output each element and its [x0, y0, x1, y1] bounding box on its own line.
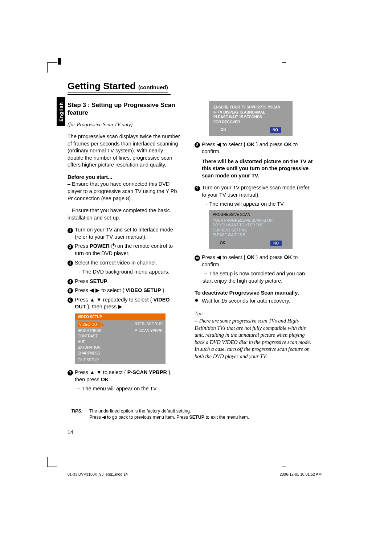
menu-body: VIDEO OUT ▶ INTERLACE-YUV BRIGHTNESSP -S… — [75, 320, 166, 364]
title-continued: (continued) — [138, 84, 168, 90]
tips-label: TIPS: — [71, 408, 89, 421]
menu-row: SHARPNESS — [78, 350, 163, 356]
text-bold: P-SCAN YPBPR — [127, 369, 167, 375]
before-item-1: – Ensure that you have connected this DV… — [68, 181, 180, 202]
text: }. — [161, 287, 166, 293]
step-text: Press ▲ ▼ to select { P-SCAN YPBPR }, th… — [75, 369, 180, 383]
menu-row: SATURATION — [78, 345, 163, 350]
page-title: Getting Started (continued) — [68, 81, 168, 93]
step-num-icon: 9 — [195, 186, 200, 191]
text: to exit the menu item. — [204, 415, 249, 420]
step-4: 4 Press SETUP. — [68, 278, 180, 285]
dialog-line: CURRENT SETTING — [213, 228, 289, 233]
crop-mark — [282, 62, 286, 66]
text-bold: OK — [284, 254, 292, 260]
text: Press ▲ ▼ repeatedly to select { — [75, 297, 154, 303]
crop-mark — [47, 62, 57, 73]
dialog-header: PROGRESSIVE SCAN — [213, 212, 289, 217]
text: . — [109, 377, 110, 382]
subtitle: (for Progressive Scan TV only) — [68, 121, 180, 128]
title-main: Getting Started — [68, 81, 136, 91]
menu-header: VIDEO SETUP — [75, 313, 166, 321]
step-text: Press ▲ ▼ repeatedly to select { VIDEO O… — [75, 296, 180, 311]
language-tab: English — [57, 97, 65, 126]
text-bold: SETUP — [90, 278, 107, 284]
step-num-icon: 2 — [68, 244, 73, 250]
print-footer: 01-33 DVP3180K_93_eng1.indd 14 2006-12-0… — [68, 472, 322, 476]
dialog-line: PLEASE WAIT 15 SECONDS — [213, 115, 288, 120]
text: Wait for 15 seconds for auto recovery. — [202, 297, 290, 305]
before-item-2: – Ensure that you have completed the bas… — [68, 207, 180, 221]
power-icon — [111, 244, 116, 249]
text: is the factory default setting. — [133, 409, 191, 414]
step-text: Press ◀ ▶ to select { VIDEO SETUP }. — [75, 287, 180, 294]
footer-timestamp: 2006-12-01 10:01:52 AM — [279, 472, 322, 476]
step-9: 9 Turn on your TV progressive scan mode … — [195, 184, 314, 198]
step-7-sub: The menu will appear on the TV. — [75, 385, 180, 393]
step-num-icon: 4 — [68, 279, 73, 284]
step-text: Turn on your TV progressive scan mode (r… — [202, 184, 314, 198]
text: Press ◀ ▶ to select { — [75, 287, 126, 293]
step-text: Press POWER on the remote control to tur… — [75, 243, 180, 257]
step-10: 10 Press ◀ to select { OK } and press OK… — [195, 254, 314, 268]
dialog-line: YOUR PROGRESSIVE SCAN IS ON — [213, 218, 289, 223]
text-underline: underlined option — [98, 409, 133, 414]
step-text: Press ◀ to select { OK } and press OK to… — [202, 141, 314, 155]
step-num-icon: 8 — [195, 142, 200, 148]
crop-mark — [282, 463, 286, 467]
page: English Getting Started (continued) Step… — [0, 0, 392, 554]
menu-item-selected: VIDEO OUT — [78, 322, 101, 327]
step-3-sub: The DVD background menu appears. — [75, 268, 180, 276]
step-text: Press SETUP. — [75, 278, 180, 285]
right-column: ENSURE YOUR TV SUPPORTS PSCAN IF TV DISP… — [195, 101, 314, 393]
menu-item: HUE — [78, 340, 85, 345]
step-num-icon: 5 — [68, 288, 73, 294]
step-num-icon: 3 — [68, 260, 73, 266]
menu-row: BRIGHTNESSP -SCAN YPBPR — [78, 328, 163, 334]
step-7: 7 Press ▲ ▼ to select { P-SCAN YPBPR }, … — [68, 369, 180, 383]
text: Press ▲ ▼ to select { — [75, 369, 127, 375]
step-2: 2 Press POWER on the remote control to t… — [68, 243, 180, 257]
text-bold: VIDEO SETUP — [126, 287, 161, 293]
step-6: 6 Press ▲ ▼ repeatedly to select { VIDEO… — [68, 296, 180, 311]
text-bold: POWER — [90, 243, 110, 249]
dialog-line: IF TV DISPLAY IS ABNORMAL — [213, 110, 288, 115]
menu-value: P -SCAN YPBPR — [135, 328, 163, 333]
step-8: 8 Press ◀ to select { OK } and press OK … — [195, 141, 314, 155]
text: } and press — [255, 141, 284, 147]
text-bold: OK — [284, 141, 292, 147]
pscan-confirm-dialog: ENSURE YOUR TV SUPPORTS PSCAN IF TV DISP… — [209, 101, 293, 136]
page-number: 14 — [68, 429, 322, 435]
menu-row: CONTRAST — [78, 333, 163, 339]
text-bold: OK — [101, 377, 109, 382]
pscan-keep-dialog: PROGRESSIVE SCAN YOUR PROGRESSIVE SCAN I… — [209, 210, 293, 249]
menu-row: HUE — [78, 339, 163, 345]
menu-exit: EXIT SETUP — [78, 358, 99, 363]
step-num-icon: 1 — [68, 228, 73, 233]
tips-body: The underlined option is the factory def… — [89, 408, 318, 421]
text: The — [89, 409, 98, 414]
play-icon: ▶ — [102, 322, 105, 327]
left-column: Step 3 : Setting up Progressive Scan fea… — [68, 101, 180, 393]
menu-item: SHARPNESS — [78, 351, 100, 356]
dialog-no-button-selected: NO — [270, 241, 282, 246]
dialog-line: DO YOU WANT TO KEEP THE — [213, 223, 289, 228]
text: . — [107, 278, 109, 284]
text-bold: OK — [247, 141, 255, 147]
dialog-line: FOR RECOVER — [213, 120, 288, 125]
text: } and press — [255, 254, 284, 260]
step-3: 3 Select the correct video-in channel. — [68, 259, 180, 267]
dialog-no-button-selected: NO — [270, 127, 281, 133]
text: }, then press ▶. — [86, 304, 124, 309]
text-bold: To deactivate Progressive Scan manually — [195, 290, 298, 296]
step-num-icon: 6 — [68, 297, 73, 303]
warning-text: There will be a distorted picture on the… — [202, 158, 314, 180]
text-bold: OK — [247, 254, 255, 260]
deactivate-heading: To deactivate Progressive Scan manually: — [195, 290, 314, 297]
step-text: Turn on your TV and set to interlace mod… — [75, 226, 180, 241]
deactivate-item: ● Wait for 15 seconds for auto recovery. — [195, 297, 314, 305]
step-9-sub: The menu will appear on the TV. — [203, 201, 314, 208]
bullet-icon: ● — [195, 297, 202, 305]
dialog-ok-button: OK — [220, 241, 225, 246]
menu-item: BRIGHTNESS — [78, 328, 101, 333]
